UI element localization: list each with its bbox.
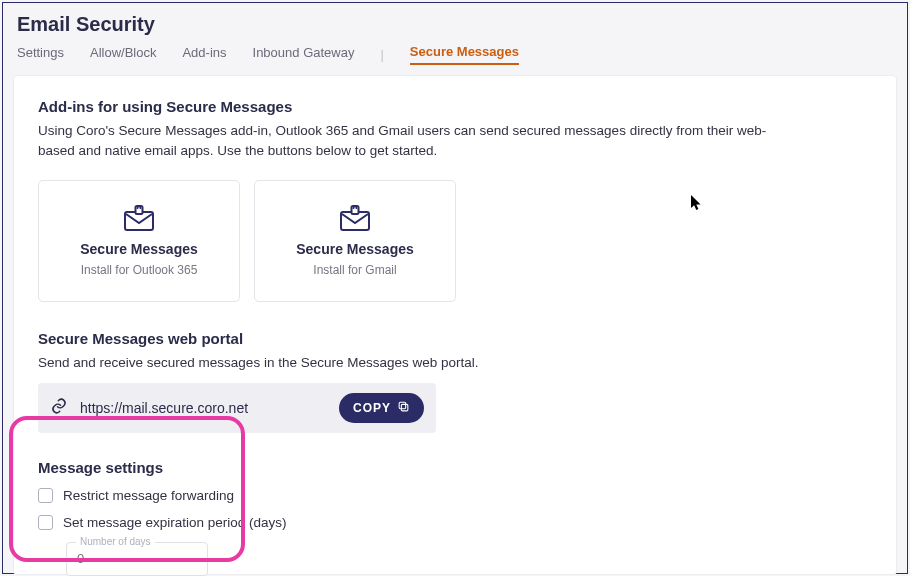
svg-rect-5 [399,402,406,409]
addin-gmail-sub: Install for Gmail [313,263,396,277]
content-card: Add-ins for using Secure Messages Using … [13,75,897,575]
tab-allow-block[interactable]: Allow/Block [90,45,156,64]
days-field: Number of days [66,542,208,576]
page-title: Email Security [3,3,907,44]
copy-button[interactable]: COPY [339,393,424,423]
addin-card-gmail[interactable]: Secure Messages Install for Gmail [254,180,456,302]
days-input[interactable] [66,542,208,576]
message-settings: Message settings Restrict message forwar… [38,459,872,576]
addin-card-outlook[interactable]: Secure Messages Install for Outlook 365 [38,180,240,302]
copy-icon [397,400,410,416]
portal-title: Secure Messages web portal [38,330,872,347]
addin-gmail-title: Secure Messages [296,241,414,257]
expire-row: Set message expiration period (days) [38,515,872,530]
tabs: Settings Allow/Block Add-ins Inbound Gat… [3,44,907,75]
settings-title: Message settings [38,459,872,476]
expire-label: Set message expiration period (days) [63,515,287,530]
addin-outlook-sub: Install for Outlook 365 [81,263,198,277]
link-icon [50,397,68,419]
portal-url: https://mail.secure.coro.net [80,400,327,416]
restrict-label: Restrict message forwarding [63,488,234,503]
addin-outlook-title: Secure Messages [80,241,198,257]
secure-mail-icon [124,205,154,235]
svg-rect-4 [401,404,408,411]
addins-desc: Using Coro's Secure Messages add-in, Out… [38,121,798,162]
tab-add-ins[interactable]: Add-ins [182,45,226,64]
days-float-label: Number of days [76,536,155,547]
tab-settings[interactable]: Settings [17,45,64,64]
portal-url-row: https://mail.secure.coro.net COPY [38,383,436,433]
copy-button-label: COPY [353,401,391,415]
expire-checkbox[interactable] [38,515,53,530]
secure-mail-icon [340,205,370,235]
addin-cards-row: Secure Messages Install for Outlook 365 … [38,180,872,302]
app-frame: Email Security Settings Allow/Block Add-… [2,2,908,574]
tab-inbound-gateway[interactable]: Inbound Gateway [253,45,355,64]
addins-title: Add-ins for using Secure Messages [38,98,872,115]
restrict-row: Restrict message forwarding [38,488,872,503]
tab-secure-messages[interactable]: Secure Messages [410,44,519,65]
restrict-checkbox[interactable] [38,488,53,503]
tab-separator: | [380,47,383,62]
portal-desc: Send and receive secured messages in the… [38,353,798,373]
